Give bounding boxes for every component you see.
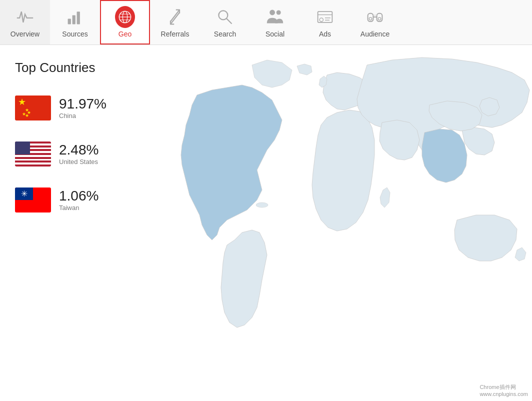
nav-item-referrals[interactable]: Referrals [150, 0, 200, 44]
svg-point-24 [378, 17, 380, 20]
flag-taiwan: ✳ [15, 188, 51, 212]
china-name: China [59, 112, 106, 120]
flag-china: ★ ★ ★ ★ ★ [15, 96, 51, 120]
watermark-line1: Chrome插件网 [480, 384, 528, 391]
taiwan-stats: 1.06% Taiwan [59, 188, 98, 212]
china-percent: 91.97% [59, 96, 106, 112]
usa-percent: 2.48% [59, 142, 98, 158]
nav-item-social[interactable]: Social [250, 0, 300, 44]
nav-item-ads[interactable]: Ads [300, 0, 350, 44]
usa-name: United States [59, 158, 98, 166]
sources-icon [65, 7, 85, 27]
world-map [152, 45, 532, 401]
svg-line-9 [170, 12, 180, 24]
svg-point-23 [369, 17, 372, 20]
svg-point-26 [256, 202, 268, 208]
geo-label: Geo [118, 30, 132, 38]
nav-item-search[interactable]: Search [200, 0, 250, 44]
audience-icon [365, 7, 385, 27]
sources-label: Sources [62, 30, 88, 38]
usa-canton [15, 142, 30, 154]
taiwan-name: Taiwan [59, 204, 98, 212]
overview-icon [15, 7, 35, 27]
main-content: Top Countries ★ ★ ★ ★ ★ 91.97% China [0, 45, 532, 401]
watermark: Chrome插件网 www.cnplugins.com [480, 384, 528, 397]
overview-label: Overview [10, 30, 40, 38]
svg-line-11 [226, 18, 232, 24]
flag-usa [15, 142, 51, 166]
section-title: Top Countries [15, 60, 155, 76]
svg-rect-2 [77, 12, 80, 24]
country-item-china: ★ ★ ★ ★ ★ 91.97% China [15, 96, 155, 120]
search-label: Search [214, 30, 236, 38]
ads-icon [315, 7, 335, 27]
watermark-line2: www.cnplugins.com [480, 391, 528, 397]
audience-label: Audience [360, 30, 390, 38]
svg-rect-1 [72, 15, 76, 24]
taiwan-sun: ✳ [21, 189, 28, 198]
svg-line-8 [170, 10, 180, 21]
nav-item-geo[interactable]: Geo [100, 0, 150, 44]
svg-point-12 [270, 10, 275, 15]
geo-icon [115, 7, 135, 27]
social-icon [265, 7, 285, 27]
nav-bar: Overview Sources [0, 0, 532, 45]
left-panel: Top Countries ★ ★ ★ ★ ★ 91.97% China [0, 45, 170, 401]
nav-item-overview[interactable]: Overview [0, 0, 50, 44]
ads-label: Ads [319, 30, 331, 38]
social-label: Social [266, 30, 284, 38]
taiwan-canton: ✳ [15, 188, 33, 200]
usa-stats: 2.48% United States [59, 142, 98, 166]
country-item-taiwan: ✳ 1.06% Taiwan [15, 188, 155, 212]
svg-point-13 [276, 10, 281, 14]
country-item-usa: 2.48% United States [15, 142, 155, 166]
svg-point-16 [320, 18, 323, 21]
nav-item-audience[interactable]: Audience [350, 0, 400, 44]
nav-item-sources[interactable]: Sources [50, 0, 100, 44]
search-icon [215, 7, 235, 27]
china-star-large: ★ [18, 98, 26, 106]
taiwan-percent: 1.06% [59, 188, 98, 204]
svg-point-10 [218, 10, 228, 20]
svg-rect-0 [68, 18, 71, 24]
referrals-label: Referrals [161, 30, 190, 38]
china-stats: 91.97% China [59, 96, 106, 120]
china-star-small-4: ★ [22, 112, 26, 116]
referrals-icon [165, 7, 185, 27]
